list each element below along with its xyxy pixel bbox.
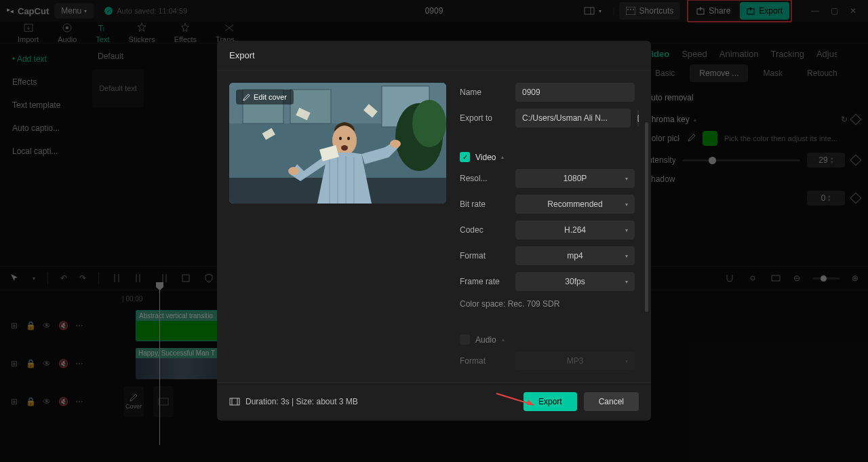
color-space-text: Color space: Rec. 709 SDR [460, 298, 635, 310]
annotation-arrow [493, 390, 540, 412]
svg-point-23 [412, 100, 446, 147]
resolution-select[interactable]: 1080P [515, 169, 635, 188]
svg-point-27 [341, 145, 348, 151]
cover-preview: Edit cover [229, 83, 446, 204]
bitrate-label: Bit rate [460, 199, 509, 209]
codec-select[interactable]: H.264 [515, 220, 635, 239]
audio-checkbox[interactable] [460, 334, 470, 345]
edit-cover-button[interactable]: Edit cover [236, 90, 294, 104]
browse-folder-button[interactable] [637, 109, 639, 128]
modal-scrollbar[interactable] [645, 122, 648, 312]
modal-title: Export [217, 41, 651, 71]
exportto-input[interactable] [515, 109, 631, 128]
audio-section-label: Audio [475, 335, 496, 345]
name-label: Name [460, 88, 509, 97]
exportto-label: Export to [460, 113, 509, 123]
modal-cancel-button[interactable]: Cancel [584, 392, 639, 411]
format-select[interactable]: mp4 [515, 246, 635, 265]
audio-format-label: Format [460, 356, 509, 366]
bitrate-select[interactable]: Recommended [515, 195, 635, 214]
svg-rect-34 [230, 398, 239, 405]
video-section-label: Video [475, 153, 496, 162]
svg-point-28 [288, 167, 299, 175]
svg-point-26 [347, 137, 350, 140]
framerate-label: Frame rate [460, 277, 509, 286]
resolution-label: Resol... [460, 174, 509, 183]
video-checkbox[interactable]: ✓ [460, 152, 470, 162]
framerate-select[interactable]: 30fps [515, 272, 635, 291]
audio-format-select: MP3 [515, 351, 635, 370]
name-input[interactable] [515, 83, 635, 102]
folder-icon [637, 114, 639, 122]
film-icon [229, 398, 240, 406]
duration-info: Duration: 3s | Size: about 3 MB [229, 397, 358, 406]
svg-point-29 [390, 140, 401, 148]
format-label: Format [460, 251, 509, 261]
pencil-icon [243, 94, 250, 101]
export-modal: Export [217, 41, 651, 421]
svg-point-25 [339, 137, 342, 140]
codec-label: Codec [460, 225, 509, 235]
svg-rect-19 [290, 90, 331, 123]
svg-marker-38 [527, 400, 534, 405]
